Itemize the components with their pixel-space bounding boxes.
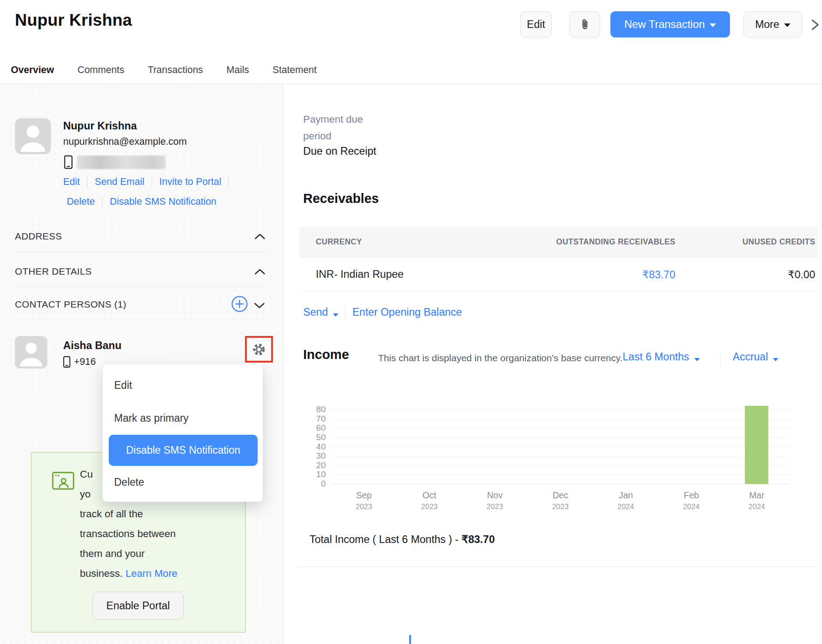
tab-mails[interactable]: Mails xyxy=(226,62,249,83)
attachments-button[interactable] xyxy=(569,11,600,37)
edit-button[interactable]: Edit xyxy=(520,11,552,37)
page-title: Nupur Krishna xyxy=(15,11,132,30)
phone-icon xyxy=(63,356,70,368)
divider xyxy=(102,197,102,207)
avatar xyxy=(15,336,47,368)
tab-transactions[interactable]: Transactions xyxy=(148,62,203,83)
contact-actions-row: Delete Disable SMS Notification xyxy=(67,196,217,207)
menu-item-mark-as-primary[interactable]: Mark as primary xyxy=(114,412,189,424)
x-tick-label: Sep2023 xyxy=(331,490,397,511)
x-tick-label: Feb2024 xyxy=(659,490,724,511)
contact-name: Nupur Krishna xyxy=(63,120,137,132)
menu-item-disable-sms-notification[interactable]: Disable SMS Notification xyxy=(109,435,258,466)
enable-portal-label: Enable Portal xyxy=(106,600,170,612)
customer-detail-page: Nupur Krishna Edit New Transaction More … xyxy=(0,0,822,644)
disable-sms-link[interactable]: Disable SMS Notification xyxy=(110,196,217,207)
contact-phone-row xyxy=(64,155,166,169)
bar-slot xyxy=(462,409,527,484)
y-tick-label: 70 xyxy=(316,414,326,424)
attachment-icon xyxy=(580,18,590,31)
address-section-header: ADDRESS xyxy=(15,231,62,242)
send-dropdown[interactable]: Send xyxy=(303,306,338,318)
learn-more-link[interactable]: Learn More xyxy=(125,568,177,579)
total-income-label: Total Income ( Last 6 Months ) - xyxy=(309,534,462,545)
tab-overview[interactable]: Overview xyxy=(11,62,54,85)
menu-item-delete[interactable]: Delete xyxy=(114,476,144,488)
contact-person-phone-text: +916 xyxy=(74,356,96,368)
income-basis-label: Accrual xyxy=(733,351,768,363)
more-button-label: More xyxy=(755,18,780,31)
divider xyxy=(152,177,152,188)
chevron-up-icon[interactable] xyxy=(254,268,266,276)
bar-slot xyxy=(659,409,724,484)
tab-comments[interactable]: Comments xyxy=(78,62,125,83)
divider xyxy=(15,252,268,252)
new-transaction-label: New Transaction xyxy=(624,18,705,31)
caret-down-icon xyxy=(784,23,790,27)
add-contact-person-button[interactable] xyxy=(231,295,248,313)
invite-to-portal-link[interactable]: Invite to Portal xyxy=(159,176,221,188)
total-income-amount: ₹83.70 xyxy=(462,534,495,545)
unused-credits-cell: ₹0.00 xyxy=(788,268,815,281)
payment-due-period-label: Payment due period xyxy=(303,111,382,144)
bar-slot xyxy=(527,409,593,484)
menu-item-edit[interactable]: Edit xyxy=(114,379,132,391)
x-axis: Sep2023Oct2023Nov2023Dec2023Jan2024Feb20… xyxy=(331,490,790,511)
send-email-link[interactable]: Send Email xyxy=(95,176,144,188)
enable-portal-button[interactable]: Enable Portal xyxy=(92,592,184,620)
bar-slot xyxy=(593,409,659,484)
income-range-dropdown[interactable]: Last 6 Months xyxy=(623,351,700,363)
new-transaction-button[interactable]: New Transaction xyxy=(610,11,730,37)
bar-slot xyxy=(724,409,790,484)
y-tick-label: 80 xyxy=(316,405,326,414)
chevron-right-icon[interactable] xyxy=(807,17,822,32)
income-basis-dropdown[interactable]: Accrual xyxy=(733,351,778,363)
income-bar xyxy=(745,406,768,484)
gear-icon[interactable] xyxy=(251,342,267,357)
annotation-highlight-box xyxy=(245,336,273,363)
more-button[interactable]: More xyxy=(743,11,802,37)
caret-down-icon xyxy=(333,313,338,317)
chevron-up-icon[interactable] xyxy=(254,233,266,240)
table-row: INR- Indian Rupee ₹83.70 ₹0.00 xyxy=(299,258,818,292)
x-tick-label: Oct2023 xyxy=(397,490,462,511)
chevron-down-icon[interactable] xyxy=(254,302,265,309)
column-header-unused-credits: UNUSED CREDITS xyxy=(743,237,815,247)
delete-contact-link[interactable]: Delete xyxy=(67,196,95,207)
other-details-section-header: OTHER DETAILS xyxy=(15,266,92,277)
portal-text-line: transactions between xyxy=(80,524,177,544)
y-tick-label: 20 xyxy=(316,460,326,470)
currency-cell: INR- Indian Rupee xyxy=(316,268,404,281)
x-tick-label: Nov2023 xyxy=(462,490,527,511)
tab-statement[interactable]: Statement xyxy=(272,62,317,83)
x-tick-label: Dec2023 xyxy=(527,490,593,511)
payment-due-period-value: Due on Receipt xyxy=(303,145,376,157)
income-subtitle: This chart is displayed in the organizat… xyxy=(378,353,623,363)
contact-person-name: Aisha Banu xyxy=(63,340,121,352)
portal-text-line: track of all the xyxy=(80,504,177,524)
divider xyxy=(720,350,720,365)
bar-slot xyxy=(331,409,397,484)
divider xyxy=(15,320,268,320)
receivables-title: Receivables xyxy=(303,191,379,206)
tab-bar: Overview Comments Transactions Mails Sta… xyxy=(11,62,317,84)
total-income-line: Total Income ( Last 6 Months ) - ₹83.70 xyxy=(309,533,495,546)
contact-actions-row: Edit Send Email Invite to Portal xyxy=(63,176,236,188)
portal-icon xyxy=(52,471,74,491)
gridline xyxy=(331,484,790,484)
receivables-table: CURRENCY OUTSTANDING RECEIVABLES UNUSED … xyxy=(299,227,818,292)
receivables-actions: Send Enter Opening Balance xyxy=(303,306,462,318)
portal-text-line: them and your xyxy=(80,544,177,564)
y-tick-label: 50 xyxy=(316,432,326,442)
enter-opening-balance-link[interactable]: Enter Opening Balance xyxy=(352,306,462,318)
contact-person-phone: +916 xyxy=(63,356,96,368)
contact-email: nupurkrishna@example.com xyxy=(63,136,187,147)
chart-plot-area xyxy=(331,409,790,484)
y-axis: 80706050403020100 xyxy=(303,409,326,484)
column-header-outstanding: OUTSTANDING RECEIVABLES xyxy=(556,237,675,247)
receivables-table-header: CURRENCY OUTSTANDING RECEIVABLES UNUSED … xyxy=(299,227,818,258)
edit-contact-link[interactable]: Edit xyxy=(63,176,80,188)
outstanding-amount-link[interactable]: ₹83.70 xyxy=(642,268,675,281)
y-tick-label: 0 xyxy=(321,479,326,489)
avatar xyxy=(15,118,51,154)
